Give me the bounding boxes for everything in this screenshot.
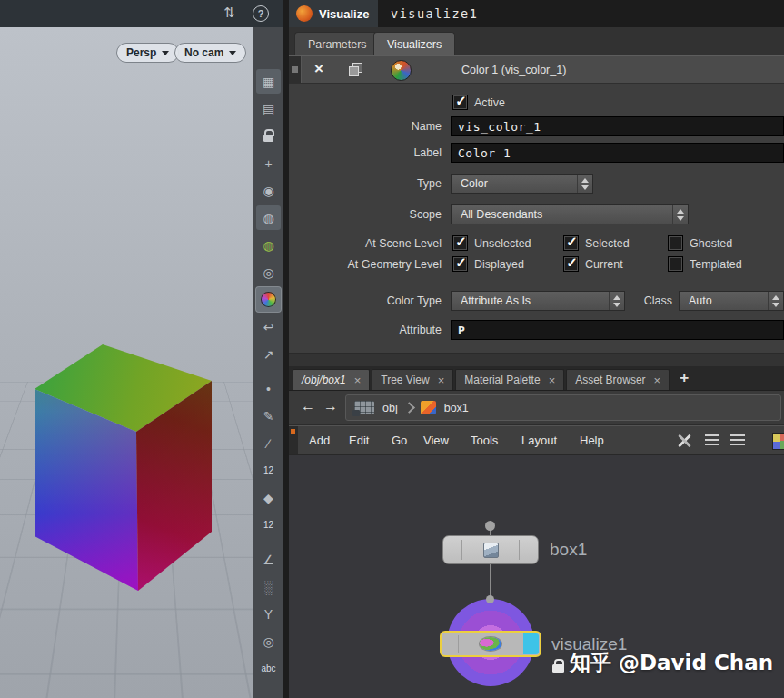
unselected-checkbox[interactable]: ✓ bbox=[452, 235, 468, 251]
spinner-icon[interactable] bbox=[577, 174, 592, 193]
tab-parameters[interactable]: Parameters bbox=[294, 32, 381, 55]
current-checkbox-group[interactable]: ✓ Current bbox=[563, 256, 623, 272]
hammer-icon[interactable]: ◆ bbox=[256, 485, 281, 510]
dot-icon[interactable]: • bbox=[256, 376, 281, 401]
unselected-checkbox-group[interactable]: ✓ Unselected bbox=[452, 235, 531, 251]
close-icon[interactable]: × bbox=[549, 374, 556, 386]
close-icon[interactable]: × bbox=[654, 374, 661, 386]
box1-node[interactable] bbox=[442, 535, 539, 564]
breadcrumb[interactable]: obj box1 bbox=[345, 394, 781, 421]
pivot-glyph: + bbox=[264, 157, 272, 170]
input-connector-dot[interactable] bbox=[485, 521, 495, 531]
drag-handle[interactable] bbox=[289, 56, 302, 83]
pivot-icon[interactable]: + bbox=[256, 151, 281, 175]
light-green-icon[interactable]: ◍ bbox=[256, 233, 281, 257]
checkmark-icon: ✓ bbox=[455, 96, 467, 105]
visualize1-node[interactable] bbox=[440, 631, 541, 657]
angle-ruler-icon[interactable]: ∠ bbox=[256, 547, 281, 572]
close-icon[interactable]: × bbox=[314, 61, 323, 77]
normal-light-icon[interactable]: ◎ bbox=[256, 260, 281, 284]
snapshot-12-glyph: 12 bbox=[263, 466, 273, 475]
label-input[interactable]: Color 1 bbox=[451, 143, 784, 163]
tab-material-palette[interactable]: Material Palette × bbox=[455, 369, 564, 390]
new-tab-button[interactable]: + bbox=[671, 369, 697, 387]
network-editor[interactable]: box1 visualize1 知乎 @David Chan bbox=[289, 455, 784, 698]
camera-select-button[interactable]: No cam bbox=[174, 43, 246, 63]
obj-network-icon[interactable] bbox=[354, 401, 374, 414]
view-mask-icon[interactable]: ◉ bbox=[256, 178, 281, 203]
ring-icon[interactable]: ◎ bbox=[256, 629, 281, 653]
duplicate-icon[interactable] bbox=[349, 63, 363, 76]
scope-dropdown[interactable]: All Descendants bbox=[451, 204, 689, 224]
persp-view-label: Persp bbox=[126, 46, 156, 59]
box-node-icon[interactable] bbox=[421, 401, 436, 414]
forward-icon[interactable]: → bbox=[323, 398, 338, 414]
ghosted-checkbox[interactable] bbox=[668, 235, 683, 251]
fork-glyph: Y bbox=[264, 608, 273, 621]
visualize-pane-tab[interactable]: Visualize bbox=[289, 0, 378, 27]
export-view-icon[interactable]: ▤ bbox=[256, 96, 281, 121]
visualizer-entry-header[interactable]: × Color 1 (vis_color_1) bbox=[289, 55, 784, 84]
close-icon[interactable]: × bbox=[438, 374, 445, 386]
class-dropdown[interactable]: Auto bbox=[679, 291, 784, 311]
help-icon[interactable]: ? bbox=[253, 5, 269, 22]
breadcrumb-box1[interactable]: box1 bbox=[444, 402, 469, 414]
menu-view[interactable]: View bbox=[423, 434, 449, 447]
display-flag[interactable] bbox=[523, 633, 539, 654]
fork-icon[interactable]: Y bbox=[256, 602, 281, 626]
node-list-icon[interactable] bbox=[705, 434, 719, 446]
path-arrow-icon[interactable]: ↗ bbox=[256, 342, 281, 366]
type-dropdown[interactable]: Color bbox=[451, 174, 593, 194]
camera-lock-icon[interactable] bbox=[256, 124, 281, 148]
texture-dots-icon[interactable]: ░ bbox=[256, 574, 281, 599]
slash-icon[interactable]: ∕ bbox=[256, 431, 281, 455]
breadcrumb-obj[interactable]: obj bbox=[382, 402, 398, 414]
tools-icon[interactable] bbox=[676, 434, 692, 448]
headlight-icon[interactable]: ◍ bbox=[256, 205, 281, 230]
scene-viewport[interactable]: Persp No cam bbox=[0, 27, 253, 698]
name-input[interactable]: vis_color_1 bbox=[451, 116, 784, 136]
back-icon[interactable]: ← bbox=[301, 398, 315, 414]
ghosted-checkbox-group[interactable]: Ghosted bbox=[668, 235, 732, 251]
displayed-checkbox-group[interactable]: ✓ Displayed bbox=[452, 256, 524, 272]
organize-icon[interactable]: ⇅ bbox=[223, 5, 235, 21]
tab-obj-box1[interactable]: /obj/box1 × bbox=[293, 369, 370, 390]
menu-go[interactable]: Go bbox=[392, 434, 407, 447]
menu-add[interactable]: Add bbox=[309, 434, 330, 447]
snapshot-12b-glyph: 12 bbox=[263, 521, 273, 530]
tab-visualizers[interactable]: Visualizers bbox=[373, 32, 455, 55]
color-palette-icon[interactable] bbox=[772, 433, 784, 450]
active-checkbox-group[interactable]: ✓ Active bbox=[452, 95, 505, 110]
active-checkbox[interactable]: ✓ bbox=[452, 95, 468, 110]
selected-checkbox-group[interactable]: ✓ Selected bbox=[563, 235, 630, 251]
pen-icon[interactable]: ✎ bbox=[256, 404, 281, 428]
network-list-icon[interactable] bbox=[730, 434, 745, 446]
menu-layout[interactable]: Layout bbox=[521, 434, 557, 447]
persp-view-button[interactable]: Persp bbox=[116, 43, 179, 63]
hook-icon[interactable]: ↩ bbox=[256, 314, 281, 339]
visualizer-icon[interactable] bbox=[256, 287, 281, 312]
visualizer-name-field[interactable]: visualize1 bbox=[378, 0, 784, 27]
snapshot-12-icon[interactable]: 12 bbox=[256, 458, 281, 483]
display-options-icon[interactable]: ▦ bbox=[256, 69, 281, 94]
spinner-icon[interactable] bbox=[768, 292, 783, 310]
box-geometry bbox=[0, 309, 236, 602]
snapshot-12b-icon[interactable]: 12 bbox=[256, 513, 281, 537]
spinner-icon[interactable] bbox=[672, 205, 688, 224]
templated-checkbox-group[interactable]: Templated bbox=[668, 256, 742, 272]
menu-help[interactable]: Help bbox=[580, 434, 604, 447]
close-icon[interactable]: × bbox=[354, 374, 362, 386]
selected-checkbox[interactable]: ✓ bbox=[563, 235, 579, 251]
menu-edit[interactable]: Edit bbox=[349, 434, 369, 447]
pane-handle[interactable] bbox=[289, 426, 298, 454]
path-arrow-glyph: ↗ bbox=[263, 348, 274, 361]
tab-asset-browser[interactable]: Asset Browser × bbox=[566, 369, 670, 390]
visualize-input-dot[interactable] bbox=[486, 595, 494, 603]
tab-tree-view[interactable]: Tree View × bbox=[372, 369, 453, 390]
displayed-checkbox[interactable]: ✓ bbox=[452, 256, 468, 272]
menu-tools[interactable]: Tools bbox=[471, 434, 498, 447]
abc-icon[interactable]: abc bbox=[256, 656, 281, 681]
templated-checkbox[interactable] bbox=[668, 256, 683, 272]
current-checkbox[interactable]: ✓ bbox=[563, 256, 579, 272]
attribute-input[interactable]: P bbox=[451, 320, 784, 340]
